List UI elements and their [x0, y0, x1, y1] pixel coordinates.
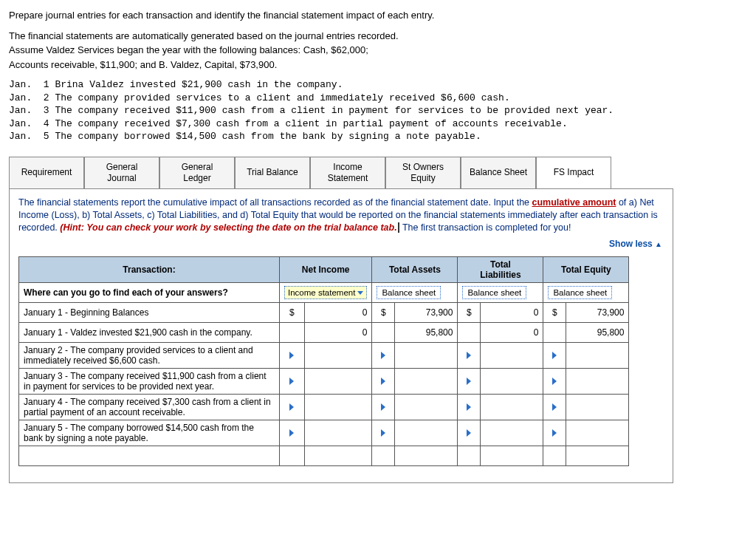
col-net-income: Net Income — [280, 256, 372, 282]
tab-bar: Requirement General Journal General Ledg… — [9, 157, 673, 188]
total-equity-input[interactable]: 73,900 — [566, 302, 629, 322]
net-income-input[interactable] — [304, 342, 372, 368]
row-marker-icon — [381, 378, 385, 385]
net-income-input[interactable] — [304, 368, 372, 394]
txn-label: January 5 - The company borrowed $14,500… — [19, 420, 280, 446]
instr-line3: Assume Valdez Services began the year wi… — [9, 44, 747, 57]
answer-total-liabilities-source[interactable]: Balance sheet — [458, 282, 543, 302]
chevron-down-icon — [357, 291, 363, 295]
total-liabilities-input[interactable] — [481, 420, 543, 446]
txn-label: January 1 - Valdez invested $21,900 cash… — [19, 322, 280, 342]
total-equity-input[interactable] — [566, 394, 629, 420]
instr-line4: Accounts receivable, $11,900; and B. Val… — [9, 58, 747, 72]
row-marker-icon — [289, 378, 294, 385]
table-row: January 4 - The company received $7,300 … — [19, 394, 629, 420]
tab-income-statement[interactable]: Income Statement — [310, 157, 385, 188]
net-income-input[interactable]: 0 — [304, 302, 372, 322]
total-liabilities-input[interactable]: 0 — [481, 302, 543, 322]
total-assets-input[interactable]: 73,900 — [395, 302, 458, 322]
answer-location-question: Where can you go to find each of your an… — [19, 282, 280, 302]
total-assets-input[interactable] — [395, 394, 458, 420]
table-row — [19, 446, 629, 465]
total-equity-input[interactable] — [566, 420, 629, 446]
col-total-equity: Total Equity — [543, 256, 629, 282]
total-liabilities-input[interactable] — [481, 342, 543, 368]
row-marker-icon — [552, 352, 557, 359]
table-row: January 3 - The company received $11,900… — [19, 368, 629, 394]
row-marker-icon — [552, 429, 557, 437]
answer-net-income-source[interactable]: Income statement — [280, 282, 372, 302]
fs-impact-panel: The financial statements report the cumu… — [9, 188, 673, 483]
instructions: Prepare journal entries for each transac… — [9, 9, 747, 71]
txn-label: January 4 - The company received $7,300 … — [19, 394, 280, 420]
show-less-toggle[interactable]: Show less ▲ — [18, 239, 662, 249]
row-marker-icon — [467, 352, 471, 359]
row-marker-icon — [289, 429, 294, 437]
instr-line1: Prepare journal entries for each transac… — [9, 9, 747, 22]
row-marker-icon — [289, 352, 294, 359]
total-equity-input[interactable] — [566, 368, 629, 394]
col-total-liabilities: Total Liabilities — [458, 256, 543, 282]
row-marker-icon — [467, 378, 471, 385]
col-transaction: Transaction: — [19, 256, 280, 282]
answer-total-assets-source[interactable]: Balance sheet — [372, 282, 458, 302]
row-marker-icon — [552, 403, 557, 411]
table-row: January 1 - Valdez invested $21,900 cash… — [19, 322, 629, 342]
total-liabilities-input[interactable]: 0 — [481, 322, 543, 342]
row-marker-icon — [467, 429, 471, 437]
total-liabilities-input[interactable] — [481, 368, 543, 394]
net-income-input[interactable]: 0 — [304, 322, 372, 342]
tab-general-journal[interactable]: General Journal — [84, 157, 159, 188]
total-liabilities-input[interactable] — [481, 394, 543, 420]
net-income-input[interactable] — [304, 394, 372, 420]
table-row: January 5 - The company borrowed $14,500… — [19, 420, 629, 446]
journal-entries-text: Jan. 1 Brina Valdez invested $21,900 cas… — [9, 78, 747, 143]
total-assets-input[interactable]: 95,800 — [395, 322, 458, 342]
tab-general-ledger[interactable]: General Ledger — [159, 157, 235, 188]
table-row: January 2 - The company provided service… — [19, 342, 629, 368]
chevron-up-icon: ▲ — [655, 240, 662, 248]
table-row: January 1 - Beginning Balances $0 $73,90… — [19, 302, 629, 322]
row-marker-icon — [467, 403, 471, 411]
tab-st-owners-equity[interactable]: St Owners Equity — [385, 157, 461, 188]
tab-fs-impact[interactable]: FS Impact — [536, 157, 611, 188]
txn-label: January 2 - The company provided service… — [19, 342, 280, 368]
total-assets-input[interactable] — [395, 420, 458, 446]
txn-label: January 3 - The company received $11,900… — [19, 368, 280, 394]
fs-impact-table: Transaction: Net Income Total Assets Tot… — [18, 256, 629, 466]
row-marker-icon — [289, 403, 294, 411]
total-assets-input[interactable] — [395, 342, 458, 368]
tab-balance-sheet[interactable]: Balance Sheet — [461, 157, 536, 188]
row-marker-icon — [381, 352, 385, 359]
txn-label: January 1 - Beginning Balances — [19, 302, 280, 322]
answer-total-equity-source[interactable]: Balance sheet — [543, 282, 629, 302]
tab-requirement[interactable]: Requirement — [9, 157, 84, 188]
total-equity-input[interactable] — [566, 342, 629, 368]
col-total-assets: Total Assets — [372, 256, 458, 282]
row-marker-icon — [552, 378, 557, 385]
panel-description: The financial statements report the cumu… — [18, 197, 664, 234]
net-income-input[interactable] — [304, 420, 372, 446]
row-marker-icon — [381, 403, 385, 411]
text-cursor — [398, 222, 399, 233]
total-equity-input[interactable]: 95,800 — [566, 322, 629, 342]
tab-trial-balance[interactable]: Trial Balance — [235, 157, 310, 188]
row-marker-icon — [381, 429, 385, 437]
total-assets-input[interactable] — [395, 368, 458, 394]
instr-line2: The financial statements are automatical… — [9, 30, 747, 43]
